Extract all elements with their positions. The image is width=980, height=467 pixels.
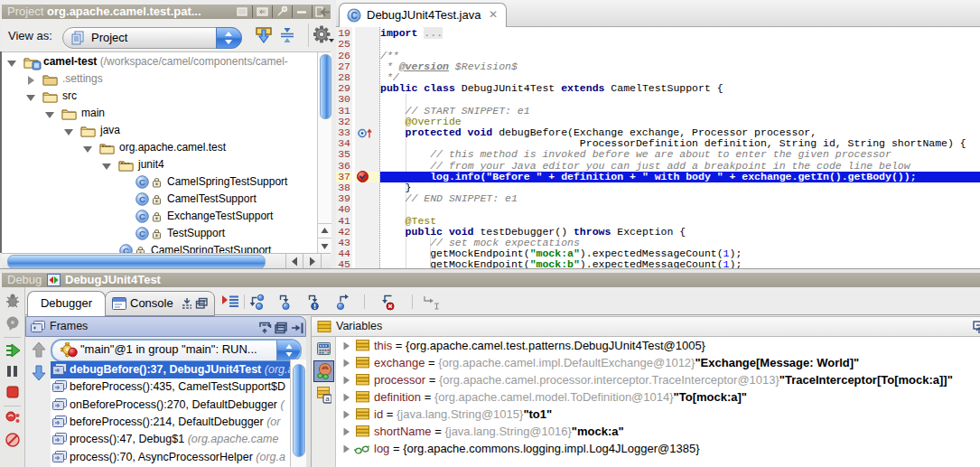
svg-text:C: C xyxy=(139,194,145,204)
svg-text:a: a xyxy=(325,395,330,403)
svg-text:C: C xyxy=(139,177,145,187)
svg-text:C: C xyxy=(350,11,357,21)
svg-text:C: C xyxy=(139,229,145,238)
svg-text:C: C xyxy=(139,211,145,221)
